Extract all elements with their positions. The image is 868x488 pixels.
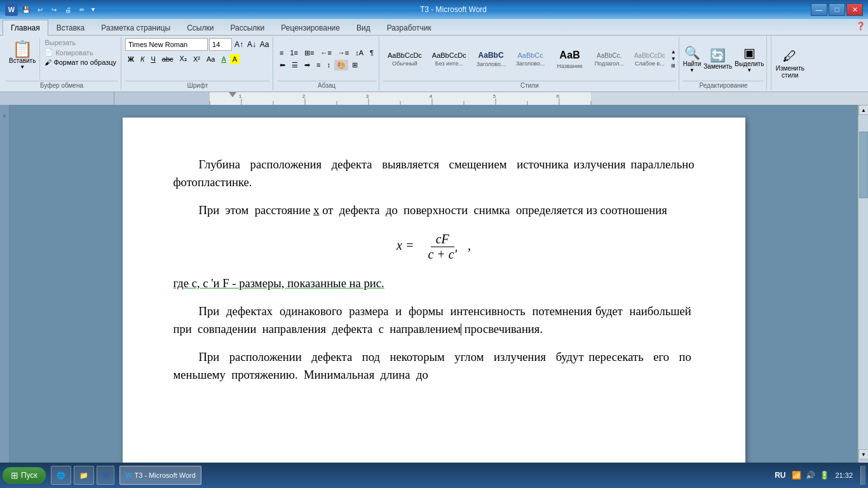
change-styles-label: Изменить стили (774, 65, 806, 79)
subscript-btn[interactable]: X₂ (177, 53, 189, 64)
align-center-btn[interactable]: ☰ (289, 60, 301, 71)
change-case-btn[interactable]: Аа (204, 54, 218, 64)
multilevel-list-btn[interactable]: ⊞≡ (302, 48, 316, 58)
font-name-selector[interactable]: Times New Roman (125, 38, 208, 51)
justify-btn[interactable]: ≡ (314, 60, 323, 71)
main-area: ⊳ Глубина расположения дефекта выявляетс… (0, 105, 868, 488)
app-icon[interactable]: W (5, 3, 18, 16)
print-btn[interactable]: 🖨 (62, 4, 74, 15)
maximize-btn[interactable]: □ (829, 3, 845, 16)
scroll-thumb[interactable] (859, 132, 868, 198)
find-button[interactable]: 🔍 Найти ▼ (683, 45, 702, 73)
close-btn[interactable]: ✕ (846, 3, 863, 16)
style-subtitle[interactable]: AaBbCc. Подзагол... (590, 50, 628, 69)
sort-btn[interactable]: ↕A (353, 48, 366, 58)
font-group-content: Times New Roman 14 A↑ A↓ Aa Ж К Ч abc X₂… (125, 38, 270, 79)
style-heading1[interactable]: AaBbC Заголово... (472, 48, 510, 69)
document-page[interactable]: Глубина расположения дефекта выявляется … (123, 118, 745, 488)
qa-dropdown[interactable]: ▼ (90, 6, 96, 13)
help-icon[interactable]: ❓ (853, 19, 868, 35)
paragraph-4[interactable]: При дефектах одинакового размера и формы… (173, 302, 695, 338)
shading-btn[interactable]: 🎨 (334, 60, 348, 71)
highlight-color-btn[interactable]: А (230, 54, 240, 64)
clear-format-btn[interactable]: Aa (259, 39, 270, 50)
font-size-selector[interactable]: 14 (209, 38, 232, 51)
scroll-up-btn[interactable]: ▲ (858, 105, 868, 115)
paste-arrow[interactable]: ▼ (20, 64, 25, 70)
paragraph-2[interactable]: При этом расстояние x от дефекта до пове… (173, 201, 695, 219)
underline-btn[interactable]: Ч (148, 54, 158, 64)
decrease-indent-btn[interactable]: ←≡ (318, 48, 334, 58)
paste-button[interactable]: 📋 Вставить ▼ (5, 38, 40, 79)
ruler-svg: 1 2 3 4 5 6 (114, 92, 868, 105)
copy-button[interactable]: 📄Копировать (43, 48, 118, 57)
network-icon[interactable]: 📶 (790, 470, 802, 481)
change-styles-button[interactable]: 🖊 Изменить стили (771, 37, 808, 90)
style-title[interactable]: АаВ Название (551, 46, 589, 71)
paragraph-3[interactable]: где с, с 'и F - размеры, показанные на р… (173, 274, 695, 292)
replace-button[interactable]: 🔄 Заменить (703, 48, 732, 70)
paragraph-5[interactable]: При расположении дефекта под некоторым у… (173, 348, 695, 384)
border-btn[interactable]: ⊞ (349, 60, 360, 71)
style-subtle-preview: AaBbCcDc (634, 51, 665, 60)
scroll-track[interactable] (858, 115, 868, 449)
taskbar-folder-btn[interactable]: 📁 (74, 466, 94, 485)
save-quick-btn[interactable]: 💾 (20, 4, 32, 15)
select-button[interactable]: ▣ Выделить ▼ (735, 45, 764, 73)
tab-view[interactable]: Вид (348, 20, 379, 36)
style-subtle[interactable]: AaBbCcDc Слабое в... (630, 50, 670, 69)
taskbar-word-doc-btn[interactable]: W Т3 - Microsoft Word (119, 466, 201, 485)
find-arrow[interactable]: ▼ (689, 67, 695, 73)
tab-developer[interactable]: Разработчик (379, 20, 440, 36)
font-grow-btn[interactable]: A↑ (233, 39, 245, 50)
tab-layout[interactable]: Разметка страницы (93, 20, 179, 36)
styles-up-btn[interactable]: ▲ (671, 49, 676, 55)
format-painter-button[interactable]: 🖌Формат по образцу (43, 58, 118, 67)
taskbar-ie-btn[interactable]: 🌐 (51, 466, 71, 485)
style-normal[interactable]: AaBbCcDc Обычный (383, 49, 426, 69)
numbered-list-btn[interactable]: 1≡ (287, 48, 301, 58)
start-button[interactable]: ⊞ Пуск (3, 467, 46, 484)
font-color-btn[interactable]: А (219, 54, 228, 64)
line-spacing-btn[interactable]: ↕ (324, 60, 333, 71)
strikethrough-btn[interactable]: abc (159, 54, 176, 64)
title-bar: W 💾 ↩ ↪ 🖨 ✏ ▼ Т3 - Microsoft Word — □ ✕ (0, 0, 868, 19)
sound-icon[interactable]: 🔊 (804, 470, 816, 481)
font-shrink-btn[interactable]: A↓ (246, 39, 257, 50)
system-clock[interactable]: 21:32 (835, 471, 853, 479)
battery-icon[interactable]: 🔋 (818, 470, 830, 481)
scroll-down-btn[interactable]: ▼ (858, 449, 868, 459)
tab-insert[interactable]: Вставка (48, 20, 93, 36)
bold-btn[interactable]: Ж (125, 54, 137, 64)
document-area[interactable]: Глубина расположения дефекта выявляется … (10, 105, 858, 488)
cut-button[interactable]: Вырезать (43, 38, 118, 47)
tab-review[interactable]: Рецензирование (273, 20, 348, 36)
align-right-btn[interactable]: ➡ (302, 60, 313, 71)
draw-btn[interactable]: ✏ (76, 4, 88, 15)
ruler-indent-marker[interactable] (229, 92, 236, 97)
style-heading2[interactable]: AaBbCc Заголово... (512, 49, 550, 69)
bullet-list-btn[interactable]: ≡ (277, 48, 286, 58)
paragraph-group: ≡ 1≡ ⊞≡ ←≡ →≡ ↕A ¶ ⬅ ☰ ➡ ≡ ↕ 🎨 (275, 37, 379, 90)
italic-btn[interactable]: К (138, 54, 147, 64)
taskbar-word-btn[interactable]: W (97, 466, 114, 485)
show-desktop-btn[interactable] (860, 466, 865, 485)
show-para-btn[interactable]: ¶ (367, 48, 376, 58)
system-icons: 📶 🔊 🔋 (790, 470, 830, 481)
redo-btn[interactable]: ↪ (48, 4, 60, 15)
align-left-btn[interactable]: ⬅ (277, 60, 288, 71)
increase-indent-btn[interactable]: →≡ (336, 48, 351, 58)
tab-references[interactable]: Ссылки (179, 20, 222, 36)
tab-home[interactable]: Главная (3, 20, 48, 36)
style-no-spacing[interactable]: AaBbCcDc Без инте... (428, 49, 471, 69)
superscript-btn[interactable]: X² (191, 54, 203, 64)
minimize-btn[interactable]: — (811, 3, 827, 16)
undo-btn[interactable]: ↩ (34, 4, 46, 15)
style-no-spacing-preview: AaBbCcDc (432, 51, 466, 60)
ru-indicator[interactable]: RU (775, 471, 785, 480)
paragraph-1[interactable]: Глубина расположения дефекта выявляется … (173, 156, 695, 191)
styles-down-btn[interactable]: ▼ (671, 56, 676, 62)
styles-more-btn[interactable]: ⊞ (671, 63, 676, 69)
tab-mailings[interactable]: Рассылки (222, 20, 273, 36)
select-arrow[interactable]: ▼ (747, 67, 752, 73)
